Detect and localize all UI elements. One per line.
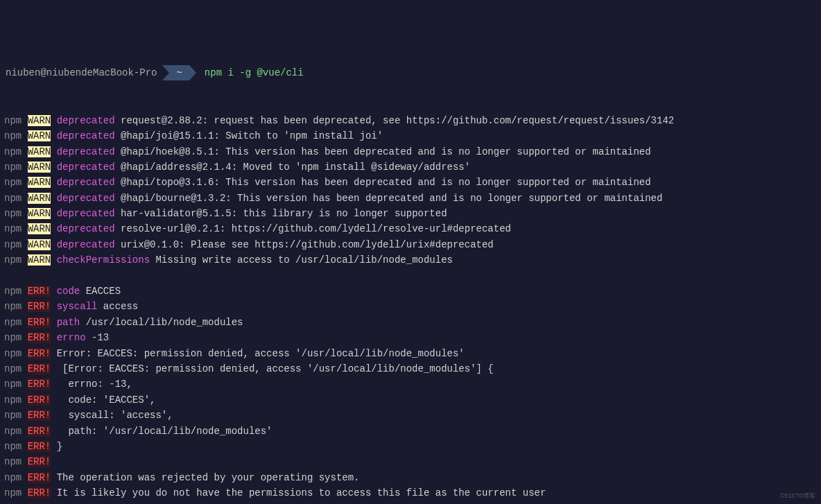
err-tag: ERR! (28, 317, 51, 328)
output-line: npm WARN deprecated request@2.88.2: requ… (4, 113, 817, 128)
err-label: code (57, 286, 80, 297)
output-line: npm ERR! path: '/usr/local/lib/node_modu… (4, 424, 817, 439)
warn-tag: WARN (28, 177, 51, 188)
warn-label: deprecated (57, 146, 115, 157)
err-tag: ERR! (28, 301, 51, 312)
npm-prefix: npm (4, 193, 21, 204)
prompt-line[interactable]: niuben@niubendeMacBook-Pro ~ npm i -g @v… (4, 65, 817, 80)
npm-prefix: npm (4, 379, 21, 390)
npm-prefix: npm (4, 177, 21, 188)
npm-prefix: npm (4, 162, 21, 173)
err-message: access (103, 301, 138, 312)
output-line: npm ERR! Error: EACCES: permission denie… (4, 346, 817, 361)
err-message: It is likely you do not have the permiss… (57, 487, 546, 498)
err-message: The operation was rejected by your opera… (57, 472, 360, 483)
prompt-command: npm i -g @vue/cli (196, 65, 304, 80)
output-line: npm ERR! code EACCES (4, 284, 817, 299)
warn-tag: WARN (28, 193, 51, 204)
err-tag: ERR! (28, 379, 51, 390)
err-label: path (57, 317, 80, 328)
err-message: /usr/local/lib/node_modules (86, 317, 243, 328)
warn-message: Missing write access to /usr/local/lib/n… (155, 254, 452, 266)
err-message: EACCES (86, 286, 121, 297)
npm-prefix: npm (4, 363, 21, 374)
output-line: npm ERR! syscall: 'access', (4, 408, 817, 423)
warn-tag: WARN (28, 239, 51, 250)
watermark: ©51CTO博客 (781, 492, 815, 501)
output-line: npm WARN deprecated har-validator@5.1.5:… (4, 206, 817, 221)
npm-prefix: npm (4, 223, 21, 234)
npm-prefix: npm (4, 286, 21, 297)
npm-prefix: npm (4, 348, 21, 359)
err-tag: ERR! (28, 348, 51, 359)
err-message: } (57, 441, 62, 452)
output-line: npm WARN deprecated urix@0.1.0: Please s… (4, 237, 817, 252)
output-line: npm ERR! errno: -13, (4, 376, 817, 392)
npm-prefix: npm (4, 472, 21, 483)
npm-prefix: npm (4, 487, 21, 498)
output-line: npm WARN deprecated @hapi/address@2.1.4:… (4, 159, 817, 175)
warn-tag: WARN (28, 208, 51, 219)
warn-message: @hapi/address@2.1.4: Moved to 'npm insta… (121, 162, 470, 173)
err-message: errno: -13, (57, 379, 132, 390)
err-tag: ERR! (28, 332, 51, 343)
err-tag: ERR! (28, 456, 51, 467)
warn-label: deprecated (57, 115, 115, 126)
warn-message: @hapi/joi@15.1.1: Switch to 'npm install… (121, 130, 383, 141)
warn-message: urix@0.1.0: Please see https://github.co… (121, 239, 494, 250)
output-line: npm ERR! syscall access (4, 299, 817, 314)
warn-label: deprecated (57, 130, 115, 141)
npm-prefix: npm (4, 426, 21, 437)
warn-message: request@2.88.2: request has been depreca… (121, 115, 674, 126)
npm-prefix: npm (4, 301, 21, 312)
output-line: npm ERR! errno -13 (4, 330, 817, 345)
prompt-path: ~ (169, 65, 189, 80)
output-line: npm ERR! path /usr/local/lib/node_module… (4, 315, 817, 330)
npm-prefix: npm (4, 115, 21, 126)
npm-prefix: npm (4, 394, 21, 406)
npm-prefix: npm (4, 254, 21, 266)
err-tag: ERR! (28, 410, 51, 421)
output-line: npm ERR! The operation was rejected by y… (4, 470, 817, 485)
err-tag: ERR! (28, 472, 51, 483)
prompt-separator-icon (189, 65, 196, 80)
warn-message: @hapi/topo@3.1.6: This version has been … (121, 177, 651, 188)
warn-tag: WARN (28, 254, 51, 266)
err-tag: ERR! (28, 441, 51, 452)
warn-tag: WARN (28, 115, 51, 126)
output-line: npm WARN deprecated @hapi/hoek@8.5.1: Th… (4, 144, 817, 159)
npm-prefix: npm (4, 208, 21, 219)
err-tag: ERR! (28, 286, 51, 297)
output-line: npm WARN deprecated @hapi/bourne@1.3.2: … (4, 191, 817, 206)
warn-label: deprecated (57, 193, 115, 204)
output-line: npm WARN checkPermissions Missing write … (4, 252, 817, 268)
err-message: -13 (92, 332, 109, 343)
warn-label: deprecated (57, 223, 115, 234)
output-line: npm ERR! (4, 501, 817, 505)
prompt-user: niuben@niubendeMacBook-Pro (4, 65, 162, 80)
output-line: npm WARN deprecated resolve-url@0.2.1: h… (4, 221, 817, 236)
npm-prefix: npm (4, 332, 21, 343)
npm-prefix: npm (4, 441, 21, 452)
output-line: npm ERR! It is likely you do not have th… (4, 485, 817, 501)
warn-message: resolve-url@0.2.1: https://github.com/ly… (121, 223, 511, 234)
warn-label: deprecated (57, 208, 115, 219)
npm-prefix: npm (4, 239, 21, 250)
err-tag: ERR! (28, 394, 51, 406)
warn-output: npm WARN deprecated request@2.88.2: requ… (4, 113, 817, 268)
npm-prefix: npm (4, 130, 21, 141)
warn-message: @hapi/hoek@8.5.1: This version has been … (121, 146, 651, 157)
npm-prefix: npm (4, 456, 21, 467)
output-line: npm ERR! } (4, 439, 817, 454)
err-message: code: 'EACCES', (57, 394, 156, 406)
warn-tag: WARN (28, 223, 51, 234)
output-line: npm WARN deprecated @hapi/topo@3.1.6: Th… (4, 175, 817, 190)
err-message: Error: EACCES: permission denied, access… (57, 348, 465, 359)
err-message: [Error: EACCES: permission denied, acces… (57, 363, 494, 374)
warn-label: deprecated (57, 177, 115, 188)
err-tag: ERR! (28, 487, 51, 498)
npm-prefix: npm (4, 146, 21, 157)
warn-label: checkPermissions (57, 254, 150, 266)
warn-label: deprecated (57, 162, 115, 173)
warn-message: @hapi/bourne@1.3.2: This version has bee… (121, 193, 662, 204)
